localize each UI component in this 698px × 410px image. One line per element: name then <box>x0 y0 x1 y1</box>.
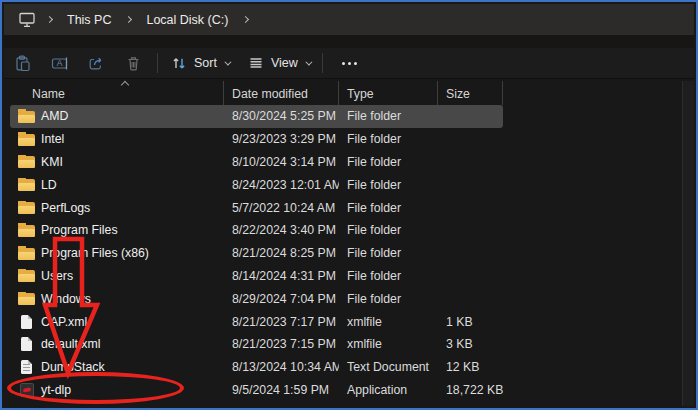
file-row[interactable]: LD 8/24/2023 12:01 AM File folder <box>10 173 503 196</box>
folder-icon <box>18 111 35 123</box>
file-type: File folder <box>339 246 438 260</box>
file-type: xmlfile <box>339 315 438 329</box>
file-name: Windows <box>41 292 91 306</box>
file-type: File folder <box>339 269 438 283</box>
command-toolbar: A Sort <box>4 48 694 79</box>
file-name: CAP.xml <box>41 315 87 329</box>
view-button[interactable]: View <box>238 50 319 76</box>
column-header-name[interactable]: Name <box>10 81 224 105</box>
column-header-size[interactable]: Size <box>438 81 503 105</box>
folder-icon <box>18 248 35 260</box>
file-name: PerfLogs <box>41 201 90 215</box>
file-row[interactable]: Intel 9/23/2023 3:29 PM File folder <box>10 128 503 151</box>
file-row[interactable]: DumpStack 8/13/2024 10:34 AM Text Docume… <box>10 356 503 379</box>
view-label: View <box>271 56 298 70</box>
file-date: 9/5/2024 1:59 PM <box>224 383 339 397</box>
chevron-right-icon <box>46 16 53 23</box>
breadcrumb: This PC Local Disk (C:) <box>4 4 694 35</box>
file-row-yt-dlp[interactable]: yt-dlp 9/5/2024 1:59 PM Application 18,7… <box>10 379 503 402</box>
chevron-down-icon <box>224 58 231 65</box>
breadcrumb-item-local-disk-c[interactable]: Local Disk (C:) <box>138 10 236 30</box>
sort-ascending-icon <box>121 81 129 89</box>
file-date: 8/10/2024 3:14 PM <box>224 155 339 169</box>
file-size: 12 KB <box>438 360 503 374</box>
folder-icon <box>18 134 35 146</box>
rename-icon: A <box>50 54 69 73</box>
column-header-type[interactable]: Type <box>339 81 438 105</box>
folder-icon <box>18 179 35 191</box>
column-label: Size <box>446 87 470 101</box>
file-type: File folder <box>339 223 438 237</box>
paste-icon <box>13 54 32 73</box>
sort-icon <box>170 54 188 72</box>
file-type: File folder <box>339 201 438 215</box>
file-date: 8/21/2023 7:15 PM <box>224 337 339 351</box>
file-date: 8/21/2024 8:25 PM <box>224 246 339 260</box>
folder-icon <box>18 293 35 305</box>
this-pc-location-button[interactable] <box>14 8 40 32</box>
file-type: xmlfile <box>339 337 438 351</box>
file-row[interactable]: Program Files 8/22/2024 3:40 PM File fol… <box>10 219 503 242</box>
folder-icon <box>18 225 35 237</box>
column-label: Type <box>347 87 374 101</box>
file-size: 3 KB <box>438 337 503 351</box>
column-label: Name <box>32 87 65 101</box>
toolbar-separator <box>157 53 158 73</box>
sort-button[interactable]: Sort <box>161 50 238 76</box>
file-date: 5/7/2022 10:24 AM <box>224 201 339 215</box>
file-type: File folder <box>339 178 438 192</box>
file-name: Users <box>41 269 73 283</box>
file-date: 8/24/2023 12:01 AM <box>224 178 339 192</box>
file-size: 18,722 KB <box>438 383 503 397</box>
toolbar-separator <box>322 53 323 73</box>
file-name: DumpStack <box>41 360 105 374</box>
file-explorer-window: This PC Local Disk (C:) A <box>0 0 698 410</box>
file-name: yt-dlp <box>41 383 71 397</box>
column-header-date-modified[interactable]: Date modified <box>224 81 339 105</box>
file-name: LD <box>41 178 57 192</box>
chevron-right-icon <box>242 16 249 23</box>
monitor-icon <box>17 10 37 29</box>
file-row[interactable]: AMD 8/30/2024 5:25 PM File folder <box>10 105 503 128</box>
file-list: AMD 8/30/2024 5:25 PM File folder Intel … <box>10 105 503 401</box>
file-size: 1 KB <box>438 315 503 329</box>
paste-button[interactable] <box>6 50 39 76</box>
file-date: 8/21/2023 7:17 PM <box>224 315 339 329</box>
file-type: File folder <box>339 155 438 169</box>
file-row[interactable]: PerfLogs 5/7/2022 10:24 AM File folder <box>10 196 503 219</box>
file-type: File folder <box>339 292 438 306</box>
file-name: Intel <box>41 132 64 146</box>
delete-button[interactable] <box>117 50 150 76</box>
file-row[interactable]: Program Files (x86) 8/21/2024 8:25 PM Fi… <box>10 242 503 265</box>
file-date: 8/14/2024 4:31 PM <box>224 269 339 283</box>
file-name: KMI <box>41 155 63 169</box>
file-name: Program Files (x86) <box>41 246 149 260</box>
file-name: AMD <box>41 109 68 123</box>
file-row[interactable]: KMI 8/10/2024 3:14 PM File folder <box>10 151 503 174</box>
trash-icon <box>124 54 143 73</box>
file-row[interactable]: Users 8/14/2024 4:31 PM File folder <box>10 265 503 288</box>
file-date: 8/30/2024 5:25 PM <box>224 109 339 123</box>
column-label: Date modified <box>232 87 308 101</box>
file-row[interactable]: CAP.xml 8/21/2023 7:17 PM xmlfile 1 KB <box>10 310 503 333</box>
more-options-button[interactable] <box>330 50 370 76</box>
chevron-right-icon <box>125 16 132 23</box>
file-row[interactable]: Windows 8/29/2024 7:04 PM File folder <box>10 287 503 310</box>
file-type: Text Document <box>339 360 438 374</box>
chevron-down-icon <box>305 58 312 65</box>
breadcrumb-item-this-pc[interactable]: This PC <box>59 10 119 30</box>
share-button[interactable] <box>80 50 113 76</box>
file-name: Program Files <box>41 223 118 237</box>
file-name: default.xml <box>41 337 100 351</box>
file-date: 9/23/2023 3:29 PM <box>224 132 339 146</box>
rename-button[interactable]: A <box>43 50 76 76</box>
text-document-icon <box>21 360 32 374</box>
application-icon <box>20 383 34 397</box>
file-row[interactable]: default.xml 8/21/2023 7:15 PM xmlfile 3 … <box>10 333 503 356</box>
ellipsis-icon <box>342 62 357 65</box>
sort-label: Sort <box>194 56 217 70</box>
scrollbar-track <box>682 81 694 406</box>
svg-text:A: A <box>57 58 63 68</box>
file-type: Application <box>339 383 438 397</box>
file-type: File folder <box>339 132 438 146</box>
